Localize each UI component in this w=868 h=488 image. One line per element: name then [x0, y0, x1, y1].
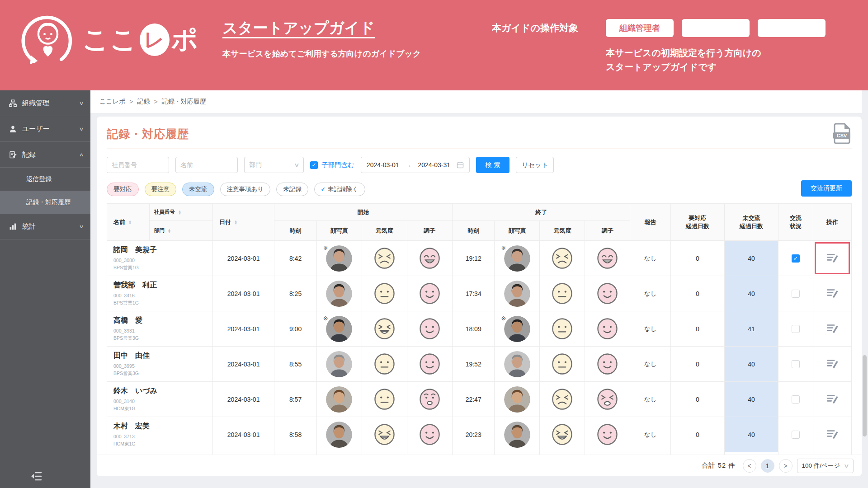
- filter-chip-4[interactable]: 未記録: [276, 183, 308, 196]
- col-header-end-photo: 顔写真: [495, 221, 540, 241]
- filter-chip-1[interactable]: 要注意: [145, 183, 177, 196]
- filter-chip-0[interactable]: 要対応: [107, 183, 139, 196]
- filter-chip-2[interactable]: 未交流: [182, 183, 214, 196]
- sidebar-item-1[interactable]: ユーザー∨: [0, 116, 90, 142]
- breadcrumb: ここレポ>記録>記録・対応履歴: [90, 90, 862, 113]
- checkbox-checked-icon: ✓: [310, 161, 318, 169]
- date-range-picker[interactable]: 2024-03-01 → 2024-03-31: [361, 157, 470, 173]
- table-row: 鈴木 いづみ000_3140HCM東1G2024-03-018:5722:47な…: [107, 382, 852, 417]
- col-header-noexchange-days: 未交流経過日数: [725, 204, 778, 241]
- col-header-start-energy: 元気度: [362, 221, 407, 241]
- col-header-emp-no[interactable]: 社員番号▲▼: [149, 204, 212, 221]
- calendar-icon: [457, 161, 464, 169]
- page-size-select[interactable]: 100 件/ページ∨: [797, 459, 854, 473]
- stats-icon: [9, 223, 17, 230]
- edit-record-icon[interactable]: [826, 392, 839, 405]
- photo-note-mark: ※: [501, 315, 506, 322]
- exchange-checkbox[interactable]: [792, 360, 800, 368]
- cell-end-energy-face: [540, 276, 585, 311]
- table-footer: 合計 52 件 < 1 > 100 件/ページ∨: [97, 455, 862, 476]
- edit-record-icon[interactable]: [826, 427, 839, 441]
- department-select[interactable]: 部門∨: [244, 157, 304, 173]
- svg-text:CSV: CSV: [837, 133, 847, 138]
- cell-end-mood-face: [585, 311, 630, 347]
- exchange-checkbox[interactable]: ✓: [792, 254, 800, 263]
- cell-start-mood-face: [407, 241, 452, 276]
- cell-start-mood-face: [407, 382, 452, 417]
- role-button-org-admin[interactable]: 組織管理者: [606, 19, 674, 37]
- edit-record-icon[interactable]: [826, 357, 839, 370]
- filter-chip-3[interactable]: 注意事項あり: [220, 183, 271, 196]
- csv-export-icon[interactable]: CSV: [833, 123, 851, 144]
- cell-end-time: 19:52: [452, 347, 495, 382]
- cell-start-time: 8:55: [274, 347, 317, 382]
- col-header-report: 報告: [630, 204, 670, 241]
- exchange-checkbox[interactable]: [792, 431, 800, 439]
- edit-record-icon[interactable]: [826, 286, 839, 300]
- col-header-exchange: 交流状況: [778, 204, 813, 241]
- cell-end-time: 20:23: [452, 417, 495, 452]
- record-icon: [9, 151, 17, 159]
- prev-page-button[interactable]: <: [743, 459, 756, 473]
- cell-end-mood-face: [585, 276, 630, 311]
- exchange-checkbox[interactable]: [792, 290, 800, 298]
- role-button-2[interactable]: [682, 19, 750, 37]
- cell-exchange-status: [778, 276, 813, 311]
- cell-name: 曽我部 利正000_3416BPS営業1G: [107, 276, 213, 311]
- sidebar-subitem-2-0[interactable]: 返信登録: [0, 168, 90, 191]
- cell-start-time: 8:58: [274, 417, 317, 452]
- cell-start-mood-face: [407, 311, 452, 347]
- search-button[interactable]: 検 索: [476, 157, 509, 173]
- col-header-dept[interactable]: 部門▲▼: [149, 221, 212, 241]
- breadcrumb-item-1[interactable]: 記録: [137, 98, 150, 106]
- col-header-date[interactable]: 日付▲▼: [213, 204, 274, 241]
- exchange-checkbox[interactable]: [792, 395, 800, 404]
- sidebar-subitem-2-1[interactable]: 記録・対応履歴: [0, 191, 90, 214]
- cell-noexchange-days: 40: [725, 382, 778, 417]
- date-from[interactable]: 2024-03-01: [367, 161, 399, 169]
- cell-start-energy-face: [362, 417, 407, 452]
- col-header-action-days: 要対応経過日数: [670, 204, 724, 241]
- exchange-checkbox[interactable]: [792, 325, 800, 333]
- role-button-3[interactable]: [758, 19, 826, 37]
- next-page-button[interactable]: >: [779, 459, 793, 473]
- cell-date: 2024-03-01: [213, 311, 274, 347]
- table-row: 高橋 愛000_3931BPS営業3G2024-03-019:00※18:09※…: [107, 311, 852, 347]
- col-header-ops: 操作: [813, 204, 851, 241]
- filter-chip-5[interactable]: ✓未記録除く: [314, 183, 365, 196]
- name-input[interactable]: [175, 157, 238, 173]
- cell-end-photo: ※: [495, 241, 540, 276]
- cell-exchange-status: [778, 382, 813, 417]
- cell-start-time: 8:42: [274, 241, 317, 276]
- cell-start-energy-face: [362, 241, 407, 276]
- breadcrumb-item-0[interactable]: ここレポ: [99, 98, 125, 106]
- sidebar-item-2[interactable]: 記録∧: [0, 142, 90, 168]
- page-title: 記録・対応履歴: [107, 127, 852, 141]
- table-row: 曽我部 利正000_3416BPS営業1G2024-03-018:2517:34…: [107, 276, 852, 311]
- sidebar-collapse-icon[interactable]: [30, 471, 42, 482]
- audience-description: 本サービスの初期設定を行う方向けの スタートアップガイドです: [606, 46, 761, 74]
- cell-start-mood-face: [407, 276, 452, 311]
- audience-label: 本ガイドの操作対象: [492, 22, 578, 34]
- cell-end-mood-face: [585, 347, 630, 382]
- chevron-down-icon: ∨: [79, 100, 84, 106]
- col-header-name[interactable]: 名前▲▼: [107, 204, 150, 241]
- table-row: 田中 由佳000_3995BPS営業3G2024-03-018:5519:52な…: [107, 347, 852, 382]
- app-logo[interactable]: ここレポ: [20, 12, 199, 68]
- cell-noexchange-days: 41: [725, 311, 778, 347]
- bulk-update-button[interactable]: 交流済更新: [801, 180, 852, 197]
- sidebar-item-0[interactable]: 組織管理∨: [0, 90, 90, 116]
- reset-button[interactable]: リセット: [516, 157, 554, 173]
- subdept-checkbox[interactable]: ✓ 子部門含む: [310, 161, 354, 169]
- employee-no-input[interactable]: [107, 157, 169, 173]
- breadcrumb-item-2[interactable]: 記録・対応履歴: [162, 98, 206, 106]
- cell-start-photo: ※: [316, 241, 362, 276]
- page-scrollbar[interactable]: [863, 355, 867, 436]
- cell-name: 諸岡 美規子000_3080BPS営業1G: [107, 241, 213, 276]
- edit-record-icon[interactable]: [826, 251, 839, 264]
- col-header-start-photo: 顔写真: [316, 221, 362, 241]
- date-to[interactable]: 2024-03-31: [418, 161, 450, 169]
- edit-record-icon[interactable]: [826, 321, 839, 335]
- current-page[interactable]: 1: [761, 459, 774, 473]
- sidebar-item-3[interactable]: 統計∨: [0, 214, 90, 239]
